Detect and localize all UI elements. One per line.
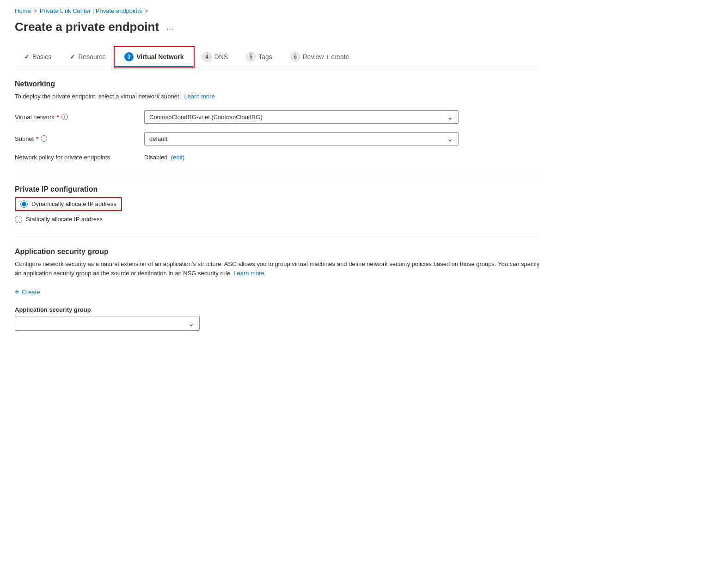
tab-dns-label: DNS — [214, 53, 228, 61]
tab-tags-label: Tags — [258, 53, 272, 61]
tab-review-create-label: Review + create — [303, 53, 349, 61]
asg-learn-more-link[interactable]: Learn more — [233, 270, 264, 277]
private-ip-section: Private IP configuration Dynamically all… — [15, 185, 540, 223]
tab-resource-label: Resource — [78, 53, 106, 61]
asg-dropdown-label: Application security group — [15, 306, 540, 313]
private-ip-title: Private IP configuration — [15, 185, 540, 194]
asg-dropdown[interactable] — [15, 316, 200, 331]
page-title: Create a private endpoint — [15, 20, 159, 34]
tab-review-create-number: 6 — [291, 52, 300, 61]
breadcrumb-sep2: > — [145, 8, 148, 14]
tab-virtual-network-number: 3 — [124, 52, 134, 61]
plus-icon: + — [15, 288, 19, 296]
tab-dns-number: 4 — [202, 52, 212, 61]
virtual-network-select[interactable]: ContosoCloudRG-vnet (ContosoCloudRG) — [144, 110, 459, 124]
networking-section: Networking To deploy the private endpoin… — [15, 80, 540, 161]
networking-description: To deploy the private endpoint, select a… — [15, 92, 540, 101]
ellipsis-button[interactable]: ... — [164, 21, 176, 33]
divider-2 — [15, 236, 540, 236]
subnet-required: * — [36, 135, 38, 142]
breadcrumb-private-link[interactable]: Private Link Center | Private endpoints — [40, 7, 142, 14]
divider-1 — [15, 174, 540, 174]
asg-dropdown-wrapper — [15, 316, 200, 331]
breadcrumb: Home > Private Link Center | Private end… — [15, 7, 540, 14]
network-policy-value: Disabled (edit) — [144, 154, 184, 161]
tab-tags[interactable]: 5 Tags — [237, 48, 281, 67]
asg-description: Configure network security as a natural … — [15, 260, 540, 279]
tab-resource[interactable]: ✓ Resource — [61, 48, 115, 66]
asg-section: Application security group Configure net… — [15, 248, 540, 331]
radio-dynamic-wrapper: Dynamically allocate IP address — [15, 197, 122, 211]
network-policy-row: Network policy for private endpoints Dis… — [15, 154, 540, 161]
subnet-input-area: default — [144, 132, 459, 145]
tab-dns[interactable]: 4 DNS — [193, 48, 238, 67]
networking-title: Networking — [15, 80, 540, 88]
tab-virtual-network[interactable]: 3 Virtual Network — [115, 48, 193, 67]
radio-dynamic[interactable] — [20, 200, 28, 208]
radio-dynamic-label: Dynamically allocate IP address — [31, 200, 116, 207]
tabs-container: ✓ Basics ✓ Resource 3 Virtual Network 4 … — [15, 47, 540, 67]
subnet-row: Subnet * i default — [15, 132, 540, 145]
subnet-label: Subnet * i — [15, 135, 144, 142]
radio-static-wrapper: Statically allocate IP address — [15, 216, 540, 223]
virtual-network-row: Virtual network * i ContosoCloudRG-vnet … — [15, 110, 540, 124]
subnet-select-wrapper: default — [144, 132, 459, 145]
tab-review-create[interactable]: 6 Review + create — [281, 48, 359, 67]
virtual-network-required: * — [57, 114, 59, 121]
subnet-select[interactable]: default — [144, 132, 459, 145]
asg-create-label: Create — [22, 289, 40, 296]
subnet-info-icon[interactable]: i — [41, 135, 47, 142]
radio-static[interactable] — [15, 216, 22, 223]
virtual-network-info-icon[interactable]: i — [61, 114, 68, 120]
network-policy-edit-link[interactable]: (edit) — [171, 154, 185, 161]
networking-learn-more-link[interactable]: Learn more — [184, 93, 214, 100]
virtual-network-label: Virtual network * i — [15, 114, 144, 121]
network-policy-label: Network policy for private endpoints — [15, 154, 144, 161]
asg-create-button[interactable]: + Create — [15, 286, 40, 298]
virtual-network-input-area: ContosoCloudRG-vnet (ContosoCloudRG) — [144, 110, 459, 124]
breadcrumb-home[interactable]: Home — [15, 7, 31, 14]
page-header: Create a private endpoint ... — [15, 20, 540, 34]
radio-static-label: Statically allocate IP address — [26, 216, 103, 223]
tab-tags-number: 5 — [246, 52, 256, 61]
tab-resource-check: ✓ — [70, 53, 75, 61]
tab-basics[interactable]: ✓ Basics — [15, 48, 61, 66]
tab-basics-label: Basics — [32, 53, 51, 61]
tab-basics-check: ✓ — [24, 53, 30, 61]
asg-title: Application security group — [15, 248, 540, 256]
virtual-network-select-wrapper: ContosoCloudRG-vnet (ContosoCloudRG) — [144, 110, 459, 124]
breadcrumb-sep1: > — [34, 8, 37, 14]
tab-virtual-network-label: Virtual Network — [136, 53, 184, 61]
